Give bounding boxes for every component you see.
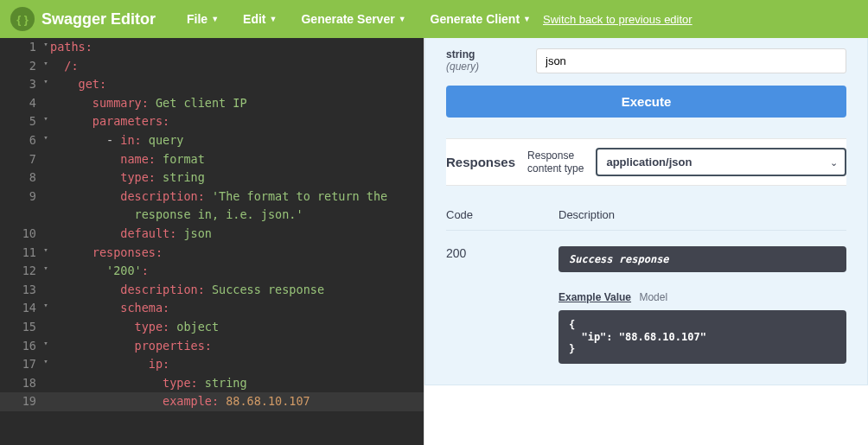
menu-file[interactable]: File▼ — [187, 12, 219, 26]
code-line[interactable]: 18 type: string — [0, 374, 424, 393]
code-line[interactable]: 17▾ ip: — [0, 355, 424, 374]
switch-editor-link[interactable]: Switch back to previous editor — [543, 13, 692, 26]
fold-icon[interactable]: ▾ — [41, 337, 50, 356]
example-tabs: Example Value Model — [558, 291, 846, 303]
menu-edit-label: Edit — [243, 12, 265, 26]
fold-icon — [41, 188, 50, 207]
code-line[interactable]: 1▾paths: — [0, 38, 424, 57]
code-line[interactable]: 2▾ /: — [0, 57, 424, 76]
caret-down-icon: ▼ — [270, 15, 278, 23]
code-content[interactable]: ip: — [50, 355, 169, 374]
fold-icon[interactable]: ▾ — [41, 38, 50, 57]
fold-icon — [41, 374, 50, 393]
code-line[interactable]: 12▾ '200': — [0, 262, 424, 281]
menu-edit[interactable]: Edit▼ — [243, 12, 277, 26]
parameter-meta: string (query) — [446, 48, 515, 73]
fold-icon[interactable]: ▾ — [41, 244, 50, 263]
code-line[interactable]: 9 description: 'The format to return the — [0, 188, 424, 207]
docs-pane[interactable]: string (query) Execute Responses Respons… — [424, 38, 868, 445]
code-line[interactable]: 10 default: json — [0, 225, 424, 244]
line-number: 16 — [0, 337, 41, 356]
code-content[interactable]: properties: — [50, 337, 212, 356]
caret-down-icon: ▼ — [211, 15, 219, 23]
code-line[interactable]: 11▾ responses: — [0, 244, 424, 263]
code-content[interactable]: example: 88.68.10.107 — [50, 392, 310, 411]
code-line[interactable]: 6▾ - in: query — [0, 131, 424, 150]
code-content[interactable]: '200': — [50, 262, 149, 281]
code-line[interactable]: 5▾ parameters: — [0, 112, 424, 131]
fold-icon — [41, 318, 50, 337]
code-content[interactable]: parameters: — [50, 112, 169, 131]
response-code: 200 — [446, 246, 558, 364]
execute-button[interactable]: Execute — [446, 86, 846, 118]
menu-generate-server[interactable]: Generate Server▼ — [301, 12, 405, 26]
code-content[interactable]: get: — [50, 75, 106, 94]
line-number: 4 — [0, 94, 41, 113]
response-row: 200 Success response Example Value Model… — [446, 246, 846, 364]
line-number: 7 — [0, 150, 41, 169]
parameter-type: string — [446, 48, 515, 60]
parameter-location: (query) — [446, 60, 515, 73]
code-content[interactable]: type: string — [50, 168, 205, 188]
code-content[interactable]: response in, i.e. json.' — [50, 206, 303, 225]
code-content[interactable]: description: 'The format to return the — [50, 188, 387, 207]
parameter-input-wrap — [536, 48, 846, 73]
line-number: 18 — [0, 374, 41, 393]
line-number — [0, 206, 41, 225]
code-line[interactable]: 15 type: object — [0, 318, 424, 337]
fold-icon[interactable]: ▾ — [41, 262, 50, 281]
line-number: 17 — [0, 355, 41, 374]
fold-icon — [41, 392, 50, 411]
fold-icon[interactable]: ▾ — [41, 355, 50, 374]
code-content[interactable]: schema: — [50, 299, 169, 318]
response-description: Success response — [558, 246, 846, 272]
code-line[interactable]: 13 description: Success response — [0, 281, 424, 300]
code-editor[interactable]: 1▾paths:2▾ /:3▾ get:4 summary: Get clien… — [0, 38, 424, 445]
example-body: { "ip": "88.68.10.107" } — [558, 310, 846, 364]
code-content[interactable]: default: json — [50, 225, 212, 244]
code-content[interactable]: - in: query — [50, 131, 183, 150]
code-line[interactable]: 4 summary: Get client IP — [0, 94, 424, 113]
line-number: 11 — [0, 244, 41, 263]
code-content[interactable]: description: Success response — [50, 281, 324, 300]
fold-icon[interactable]: ▾ — [41, 112, 50, 131]
line-number: 14 — [0, 299, 41, 318]
line-number: 5 — [0, 112, 41, 131]
caret-down-icon: ▼ — [523, 15, 531, 23]
line-number: 15 — [0, 318, 41, 337]
response-description-col: Success response Example Value Model { "… — [558, 246, 846, 364]
code-content[interactable]: /: — [50, 57, 79, 76]
col-header-code: Code — [446, 208, 558, 221]
line-number: 6 — [0, 131, 41, 150]
content-type-select-wrap: application/json ⌄ — [596, 148, 846, 176]
code-content[interactable]: paths: — [50, 38, 93, 57]
code-line[interactable]: 19 example: 88.68.10.107 — [0, 392, 424, 411]
code-line[interactable]: 8 type: string — [0, 168, 424, 188]
code-content[interactable]: summary: Get client IP — [50, 94, 247, 113]
tab-example-value[interactable]: Example Value — [558, 291, 631, 303]
menu-generate-client[interactable]: Generate Client▼ — [431, 12, 531, 26]
parameter-row: string (query) — [446, 48, 846, 86]
parameter-input[interactable] — [536, 48, 846, 73]
content-type-select[interactable]: application/json — [596, 148, 846, 176]
code-line[interactable]: 7 name: format — [0, 150, 424, 169]
top-bar: { } Swagger Editor File▼ Edit▼ Generate … — [0, 0, 868, 38]
code-content[interactable]: name: format — [50, 150, 205, 169]
caret-down-icon: ▼ — [399, 15, 406, 23]
line-number: 9 — [0, 188, 41, 207]
code-content[interactable]: responses: — [50, 244, 163, 263]
fold-icon[interactable]: ▾ — [41, 299, 50, 318]
fold-icon[interactable]: ▾ — [41, 75, 50, 94]
fold-icon — [41, 225, 50, 244]
code-line[interactable]: 3▾ get: — [0, 75, 424, 94]
fold-icon[interactable]: ▾ — [41, 57, 50, 76]
code-line[interactable]: response in, i.e. json.' — [0, 206, 424, 225]
code-line[interactable]: 16▾ properties: — [0, 337, 424, 356]
fold-icon[interactable]: ▾ — [41, 131, 50, 150]
code-content[interactable]: type: object — [50, 318, 219, 337]
menu-gen-server-label: Generate Server — [301, 12, 394, 26]
tab-model[interactable]: Model — [639, 291, 667, 303]
line-number: 13 — [0, 281, 41, 300]
code-content[interactable]: type: string — [50, 374, 247, 393]
code-line[interactable]: 14▾ schema: — [0, 299, 424, 318]
